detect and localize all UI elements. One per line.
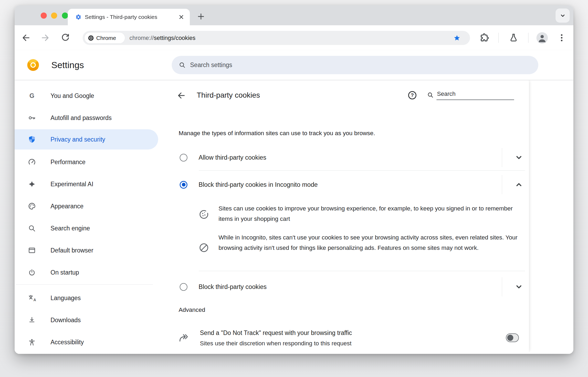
option-block-third-party-cookies[interactable]: Block third-party cookies	[170, 276, 529, 297]
canary-logo-icon	[27, 59, 39, 71]
sidebar-item-languages[interactable]: A Languages	[15, 288, 163, 308]
subpage-title: Third-party cookies	[197, 80, 260, 111]
svg-text:A: A	[33, 298, 36, 302]
option-block-third-party-incognito[interactable]: Block third-party cookies in Incognito m…	[170, 174, 529, 195]
radio-button[interactable]	[180, 283, 187, 291]
subpage-search-input[interactable]	[436, 90, 514, 100]
sidebar-item-label: Appearance	[51, 203, 83, 210]
sidebar-item-autofill[interactable]: Autofill and passwords	[15, 108, 163, 128]
do-not-track-title: Send a "Do Not Track" request with your …	[200, 328, 492, 338]
key-icon	[28, 114, 36, 122]
sidebar-item-label: Performance	[51, 159, 86, 166]
row-divider	[502, 175, 502, 194]
radio-button-selected[interactable]	[180, 181, 187, 189]
sidebar-item-default-browser[interactable]: Default browser	[15, 240, 163, 260]
settings-sidebar: G You and Google Autofill and passwords …	[15, 80, 170, 352]
sidebar-item-appearance[interactable]: Appearance	[15, 196, 163, 216]
chevron-down-icon[interactable]	[514, 281, 524, 292]
option-label: Allow third-party cookies	[199, 154, 266, 161]
traffic-close-button[interactable]	[41, 13, 47, 19]
experiments-icon[interactable]	[509, 33, 519, 43]
url-path: settings/cookies	[154, 35, 196, 41]
sidebar-item-label: Downloads	[51, 317, 81, 324]
sidebar-item-accessibility[interactable]: Accessibility	[15, 332, 163, 352]
download-icon	[28, 316, 36, 324]
power-icon	[28, 268, 36, 276]
option-label: Block third-party cookies in Incognito m…	[199, 181, 318, 188]
palette-icon	[28, 202, 36, 210]
chrome-logo-icon	[88, 35, 94, 41]
third-party-cookies-panel: Third-party cookies ? Manage the types o…	[170, 80, 529, 352]
toolbar-divider	[528, 33, 528, 43]
menu-icon[interactable]	[557, 33, 567, 43]
sidebar-item-label: Languages	[51, 295, 81, 302]
chevron-up-icon[interactable]	[514, 179, 524, 190]
tab-search-icon[interactable]	[556, 9, 570, 23]
do-not-track-toggle[interactable]	[506, 333, 519, 342]
sidebar-item-label: Default browser	[51, 247, 93, 254]
subpage-search[interactable]	[427, 90, 514, 100]
accessibility-icon	[28, 338, 36, 346]
shield-icon	[28, 135, 36, 143]
radio-button[interactable]	[180, 154, 187, 161]
sidebar-item-performance[interactable]: Performance	[15, 152, 163, 172]
row-divider	[502, 148, 502, 167]
traffic-minimize-button[interactable]	[51, 13, 57, 19]
chevron-down-icon[interactable]	[514, 152, 524, 163]
do-not-track-icon	[178, 332, 189, 344]
browser-tab[interactable]: Settings - Third-party cookies	[68, 9, 190, 25]
settings-header: Settings	[15, 50, 573, 80]
help-icon[interactable]: ?	[408, 90, 417, 100]
blocked-icon	[199, 242, 209, 253]
detail-text: While in Incognito, sites can't use your…	[219, 232, 522, 253]
search-icon	[179, 61, 186, 69]
sidebar-item-label: Accessibility	[51, 339, 84, 346]
traffic-zoom-button[interactable]	[62, 13, 68, 19]
settings-search-input[interactable]	[190, 61, 510, 69]
translate-icon: A	[28, 294, 36, 302]
new-tab-icon[interactable]	[196, 12, 205, 21]
settings-body: G You and Google Autofill and passwords …	[15, 80, 573, 354]
do-not-track-subtitle: Sites use their discretion when respondi…	[200, 338, 492, 349]
sidebar-item-you-and-google[interactable]: G You and Google	[15, 86, 163, 106]
chrome-chip[interactable]: Chrome	[85, 32, 125, 43]
sidebar-item-label: Privacy and security	[51, 136, 105, 143]
forward-icon[interactable]	[40, 33, 50, 43]
sidebar-item-label: Search engine	[51, 225, 90, 232]
gear-favicon-icon	[75, 14, 82, 20]
sidebar-item-search-engine[interactable]: Search engine	[15, 218, 163, 238]
page-title: Settings	[51, 50, 84, 80]
sidebar-item-on-startup[interactable]: On startup	[15, 262, 163, 283]
back-icon[interactable]	[177, 91, 186, 100]
back-icon[interactable]	[21, 33, 31, 43]
close-icon[interactable]	[178, 13, 185, 21]
cookie-icon	[199, 209, 209, 220]
settings-search[interactable]	[172, 56, 538, 74]
sidebar-divider	[16, 284, 153, 285]
profile-icon[interactable]	[536, 32, 548, 44]
sidebar-item-privacy-and-security[interactable]: Privacy and security	[15, 129, 158, 150]
sidebar-item-downloads[interactable]: Downloads	[15, 310, 163, 330]
sidebar-item-label: On startup	[51, 269, 79, 276]
bookmark-star-icon[interactable]	[453, 34, 461, 42]
speedometer-icon	[28, 158, 36, 166]
url-text[interactable]: chrome://settings/cookies	[129, 31, 195, 45]
url-scheme: chrome://	[129, 35, 154, 41]
list-divider	[199, 271, 525, 271]
do-not-track-row[interactable]: Send a "Do Not Track" request with your …	[200, 328, 492, 349]
option-label: Block third-party cookies	[199, 283, 267, 291]
option-allow-third-party-cookies[interactable]: Allow third-party cookies	[170, 147, 529, 168]
tab-title: Settings - Third-party cookies	[85, 9, 178, 25]
toolbar-divider	[498, 33, 499, 43]
toggle-knob	[507, 335, 513, 341]
sidebar-item-experimental-ai[interactable]: Experimental AI	[15, 174, 163, 194]
list-divider	[199, 170, 525, 171]
extensions-icon[interactable]	[479, 33, 489, 43]
address-bar[interactable]: Chrome chrome://settings/cookies	[83, 31, 470, 45]
browser-window-icon	[28, 246, 36, 254]
row-divider	[502, 277, 502, 296]
svg-text:?: ?	[411, 92, 414, 98]
sidebar-item-label: Autofill and passwords	[51, 114, 112, 122]
sparkle-icon	[28, 180, 36, 188]
reload-icon[interactable]	[60, 33, 70, 43]
